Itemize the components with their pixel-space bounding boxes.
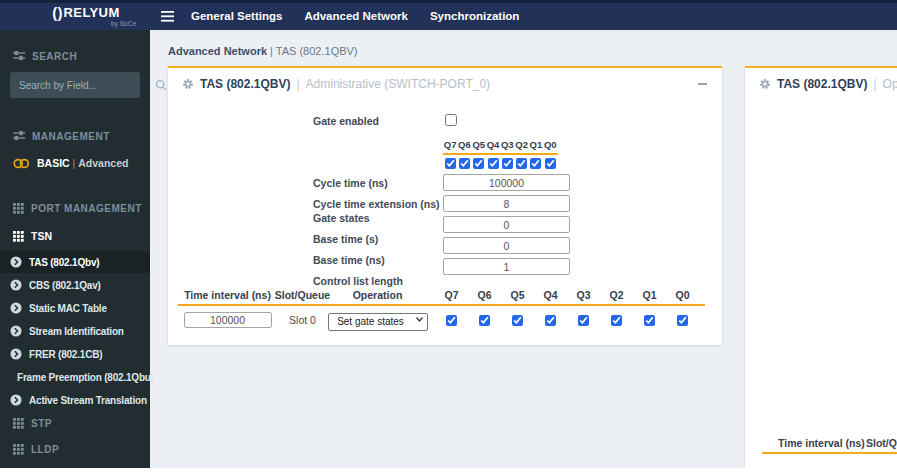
collapse-button[interactable] <box>696 78 708 90</box>
brand-logo: ( ) RELYUM by SoCe <box>34 4 138 27</box>
col-q7: Q7 <box>444 289 458 301</box>
col-slot-queue: Slot/Queue <box>275 289 330 301</box>
time-interval-input[interactable] <box>184 312 272 328</box>
hamburger-icon[interactable] <box>154 3 180 30</box>
chevron-circle-icon <box>10 279 22 291</box>
sidebar-search <box>10 72 140 98</box>
control-list-length-input[interactable] <box>443 258 570 275</box>
sidebar-item-stp[interactable]: STP <box>0 413 150 433</box>
chevron-circle-icon <box>10 256 22 268</box>
sidebar-section-search: SEARCH <box>0 46 150 66</box>
sidebar-item-tsn[interactable]: TSN <box>0 225 150 247</box>
gate-state-q2-checkbox[interactable] <box>516 158 527 169</box>
col-q6: Q6 <box>477 289 491 301</box>
sidebar-section-port-management: PORT MANAGEMENT <box>0 198 150 218</box>
sidebar-item-cbs[interactable]: CBS (802.1Qav) <box>0 274 150 296</box>
sidebar-item-tas[interactable]: TAS (802.1Qbv) <box>0 251 150 273</box>
col-q0: Q0 <box>675 289 689 301</box>
cycle-time-extension-label: Cycle time extension (ns) <box>313 198 440 210</box>
base-time-ns-input[interactable] <box>443 237 570 254</box>
sidebar-section-label: MANAGEMENT <box>32 131 110 142</box>
breadcrumb-section: Advanced Network <box>168 45 267 57</box>
card-title: TAS (802.1QBV) <box>200 77 290 91</box>
orange-divider <box>443 153 558 155</box>
row-q6-checkbox[interactable] <box>479 315 490 326</box>
administrative-card: TAS (802.1QBV) | Administrative (SWITCH-… <box>168 66 722 345</box>
col-q3: Q3 <box>576 289 590 301</box>
row-q1-checkbox[interactable] <box>644 315 655 326</box>
sidebar-item-label: TAS (802.1Qbv) <box>29 257 99 268</box>
row-q5-checkbox[interactable] <box>512 315 523 326</box>
col-q2: Q2 <box>609 289 623 301</box>
gate-enabled-label: Gate enabled <box>313 115 379 127</box>
queue-header: Q6 <box>458 139 471 150</box>
gate-states-checkboxes <box>443 158 558 169</box>
sidebar-item-label: Active Stream Translation <box>29 395 147 406</box>
orange-divider <box>762 452 897 454</box>
gate-state-q0-checkbox[interactable] <box>545 158 556 169</box>
queue-header: Q7 <box>444 139 457 150</box>
gate-state-q3-checkbox[interactable] <box>502 158 513 169</box>
sidebar-item-basic-advanced[interactable]: BASIC | Advanced <box>0 152 150 174</box>
sidebar-item-label: FRER (802.1CB) <box>29 349 102 360</box>
search-input[interactable] <box>10 80 155 91</box>
card-title-separator: | <box>873 77 876 91</box>
gate-state-q7-checkbox[interactable] <box>445 158 456 169</box>
gate-state-q5-checkbox[interactable] <box>473 158 484 169</box>
slot-value: Slot 0 <box>289 314 316 326</box>
sidebar-item-label: CBS (802.1Qav) <box>29 280 101 291</box>
breadcrumb: Advanced Network | TAS (802.1QBV) <box>168 45 358 57</box>
cycle-time-extension-input[interactable] <box>443 195 570 212</box>
gate-state-q1-checkbox[interactable] <box>530 158 541 169</box>
menu-synchronization[interactable]: Synchronization <box>419 3 530 30</box>
sliders-icon <box>13 51 25 61</box>
top-menu: General Settings Advanced Network Synchr… <box>180 3 530 30</box>
base-time-s-label: Base time (s) <box>313 233 378 245</box>
sidebar-item-stream-identification[interactable]: Stream Identification <box>0 320 150 342</box>
sidebar-item-frer[interactable]: FRER (802.1CB) <box>0 343 150 365</box>
sidebar-section-label: PORT MANAGEMENT <box>31 203 142 214</box>
search-icon[interactable] <box>155 79 167 91</box>
sidebar-item-lldp[interactable]: LLDP <box>0 439 150 459</box>
brand-subtitle: by SoCe <box>34 20 138 27</box>
row-q0-checkbox[interactable] <box>677 315 688 326</box>
gear-icon <box>759 78 771 90</box>
bottom-strip <box>0 468 897 476</box>
card-title-separator: | <box>296 77 299 91</box>
sidebar: SEARCH MANAGEMENT BASIC | Advanced PORT … <box>0 30 150 468</box>
gate-state-q4-checkbox[interactable] <box>488 158 499 169</box>
operative-card: TAS (802.1QBV) | Operative (SWITCH-PORT_… <box>745 66 897 468</box>
row-q3-checkbox[interactable] <box>578 315 589 326</box>
col-q5: Q5 <box>510 289 524 301</box>
gate-states-queue-headers: Q7 Q6 Q5 Q4 Q3 Q2 Q1 Q0 <box>443 139 558 150</box>
sidebar-item-label: BASIC | Advanced <box>37 157 128 169</box>
grid-icon <box>13 231 24 242</box>
sidebar-item-static-mac-table[interactable]: Static MAC Table <box>0 297 150 319</box>
top-bar: ( ) RELYUM by SoCe General Settings Adva… <box>0 0 897 30</box>
queue-header: Q4 <box>487 139 500 150</box>
queue-header: Q5 <box>472 139 485 150</box>
cycle-time-input[interactable] <box>443 174 570 191</box>
gate-enabled-checkbox[interactable] <box>445 114 457 126</box>
menu-general-settings[interactable]: General Settings <box>180 3 293 30</box>
col-operation: Operation <box>353 289 403 301</box>
sidebar-item-active-stream-translation[interactable]: Active Stream Translation <box>0 389 150 411</box>
toggle-icon <box>13 158 30 169</box>
base-time-s-input[interactable] <box>443 216 570 233</box>
control-list-length-label: Control list length <box>313 275 403 287</box>
sidebar-item-frame-preemption[interactable]: Frame Preemption (802.1Qbu) <box>0 366 150 388</box>
row-q7-checkbox[interactable] <box>446 315 457 326</box>
col-time-interval: Time interval (ns) <box>778 437 865 449</box>
menu-advanced-network[interactable]: Advanced Network <box>293 3 419 30</box>
gate-states-label: Gate states <box>313 212 370 224</box>
sidebar-item-label: Static MAC Table <box>29 303 107 314</box>
operation-select[interactable]: Set gate states <box>328 313 428 331</box>
row-q4-checkbox[interactable] <box>545 315 556 326</box>
queue-header: Q3 <box>501 139 514 150</box>
grid-icon <box>13 444 24 455</box>
queue-header: Q1 <box>530 139 543 150</box>
control-list-table-row: Slot 0 Set gate states <box>180 310 699 330</box>
row-q2-checkbox[interactable] <box>611 315 622 326</box>
gate-state-q6-checkbox[interactable] <box>459 158 470 169</box>
gear-icon <box>182 78 194 90</box>
